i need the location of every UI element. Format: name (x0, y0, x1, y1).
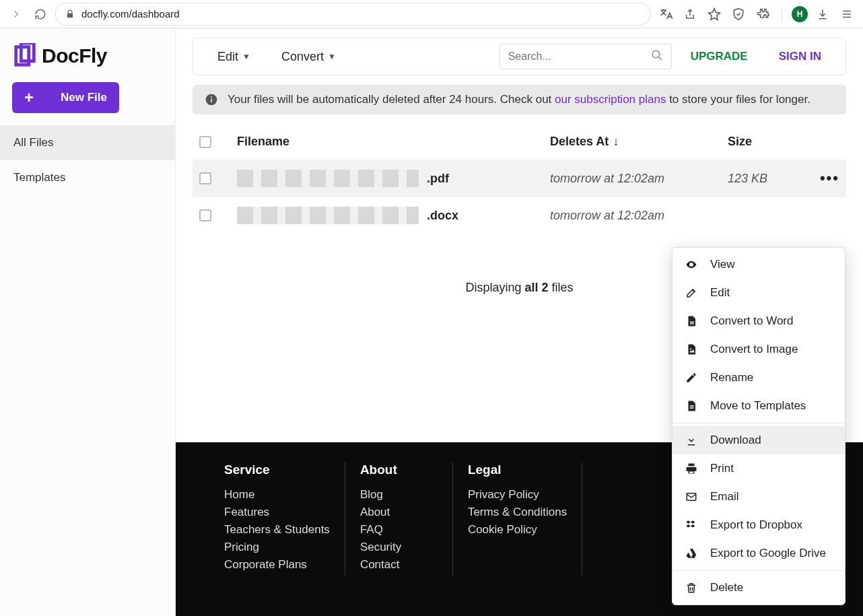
menu-item-view[interactable]: View (672, 250, 845, 279)
brand[interactable]: DocFly (0, 28, 175, 78)
menu-item-email[interactable]: Email (672, 483, 845, 511)
footer-link[interactable]: Cookie Policy (468, 523, 567, 537)
word-icon: W (685, 314, 698, 328)
footer-link[interactable]: Blog (360, 488, 438, 502)
search-box[interactable] (499, 44, 672, 69)
edit-menu[interactable]: Edit▼ (205, 50, 263, 64)
footer-link[interactable]: Contact (360, 558, 438, 572)
sidebar-item-all-files[interactable]: All Files (0, 125, 175, 160)
redacted-filename (237, 170, 419, 187)
menu-item-label: Export to Dropbox (710, 518, 802, 532)
svg-rect-4 (211, 98, 212, 102)
deletes-at: tomorrow at 12:02am (550, 209, 728, 223)
menu-item-delete[interactable]: Delete (672, 574, 845, 602)
sidebar-item-templates[interactable]: Templates (0, 160, 175, 195)
info-alert: Your files will be automatically deleted… (193, 85, 846, 114)
logo-icon (12, 43, 38, 69)
menu-item-convert-to-word[interactable]: WConvert to Word (672, 307, 845, 335)
redacted-filename (237, 207, 419, 224)
footer-link[interactable]: Home (224, 488, 330, 502)
new-file-button[interactable]: + New File (12, 82, 119, 113)
menu-item-export-to-dropbox[interactable]: Export to Dropbox (672, 511, 845, 539)
header-filename[interactable]: Filename (237, 135, 550, 149)
menu-item-label: Edit (710, 286, 730, 300)
caret-down-icon: ▼ (242, 52, 250, 61)
url-text: docfly.com/dashboard (81, 8, 180, 20)
svg-point-9 (690, 348, 691, 349)
menu-item-export-to-google-drive[interactable]: Export to Google Drive (672, 539, 845, 568)
footer-link[interactable]: Terms & Conditions (468, 506, 567, 519)
menu-item-rename[interactable]: Rename (672, 364, 845, 392)
menu-item-move-to-templates[interactable]: Move to Templates (672, 392, 845, 420)
footer-link[interactable]: Pricing (224, 541, 330, 554)
extensions-icon[interactable] (756, 7, 769, 21)
menu-item-edit[interactable]: Edit (672, 279, 845, 307)
logo-text: DocFly (42, 44, 107, 67)
menu-item-label: Print (710, 462, 734, 475)
address-bar[interactable]: docfly.com/dashboard (55, 3, 651, 26)
file-icon (685, 399, 698, 413)
table-row[interactable]: .pdf tomorrow at 12:02am 123 KB ••• (193, 160, 846, 197)
share-icon[interactable] (683, 7, 697, 21)
menu-item-print[interactable]: Print (672, 454, 845, 483)
convert-menu[interactable]: Convert▼ (269, 50, 348, 64)
sort-down-icon: ↓ (613, 135, 619, 148)
sidebar: DocFly + New File All Files Templates (0, 28, 176, 616)
divider (782, 7, 782, 22)
signin-link[interactable]: SIGN IN (767, 50, 833, 63)
menu-separator (672, 570, 845, 571)
footer-link[interactable]: Features (224, 506, 330, 519)
row-checkbox[interactable] (199, 209, 211, 221)
gdrive-icon (685, 547, 698, 560)
footer-heading: Service (224, 463, 330, 477)
footer-link[interactable]: Security (360, 541, 438, 554)
footer-link[interactable]: Teachers & Students (224, 523, 330, 537)
dropbox-icon (685, 518, 698, 532)
header-deletes-at[interactable]: Deletes At↓ (550, 135, 728, 149)
row-checkbox[interactable] (199, 172, 211, 184)
translate-icon[interactable] (659, 7, 672, 21)
header-size[interactable]: Size (728, 135, 813, 149)
search-input[interactable] (508, 50, 651, 63)
footer-link[interactable]: FAQ (360, 523, 438, 537)
menu-item-label: Delete (710, 581, 743, 594)
context-menu: ViewEditWConvert to WordConvert to Image… (672, 247, 845, 605)
forward-button[interactable] (7, 5, 26, 24)
reload-button[interactable] (31, 5, 50, 24)
footer-link[interactable]: Privacy Policy (468, 488, 567, 502)
deletes-at: tomorrow at 12:02am (550, 172, 728, 186)
plus-icon: + (24, 88, 34, 107)
shield-icon[interactable] (732, 7, 745, 21)
download-icon (685, 434, 698, 447)
footer-link[interactable]: About (360, 506, 438, 519)
edit-icon (685, 286, 698, 300)
menu-item-label: Convert to Word (710, 314, 793, 328)
row-actions-button[interactable]: ••• (820, 170, 839, 186)
menu-item-download[interactable]: Download (672, 426, 845, 454)
image-icon (685, 343, 698, 356)
search-icon[interactable] (651, 49, 663, 64)
footer-col-service: Service Home Features Teachers & Student… (209, 463, 345, 576)
menu-item-convert-to-image[interactable]: Convert to Image (672, 335, 845, 364)
menu-icon[interactable] (840, 7, 854, 21)
bookmark-star-icon[interactable] (707, 7, 721, 21)
eye-icon (685, 258, 698, 271)
menu-item-label: Rename (710, 371, 753, 384)
menu-item-label: Download (710, 434, 761, 447)
menu-separator (672, 423, 845, 423)
pencil-icon (685, 371, 698, 384)
table-header: Filename Deletes At↓ Size (193, 124, 846, 160)
footer-link[interactable]: Corporate Plans (224, 558, 330, 572)
profile-avatar[interactable]: H (792, 6, 808, 22)
table-row[interactable]: .docx tomorrow at 12:02am (193, 197, 846, 234)
subscription-link[interactable]: our subscription plans (555, 93, 666, 106)
lock-icon (65, 9, 75, 19)
svg-rect-10 (690, 405, 694, 407)
select-all-checkbox[interactable] (199, 136, 211, 148)
footer-col-about: About Blog About FAQ Security Contact (345, 463, 453, 576)
trash-icon (685, 581, 698, 594)
downloads-icon[interactable] (816, 7, 829, 21)
upgrade-link[interactable]: UPGRADE (679, 50, 760, 63)
file-ext: .pdf (427, 172, 449, 186)
menu-item-label: Email (710, 490, 739, 504)
